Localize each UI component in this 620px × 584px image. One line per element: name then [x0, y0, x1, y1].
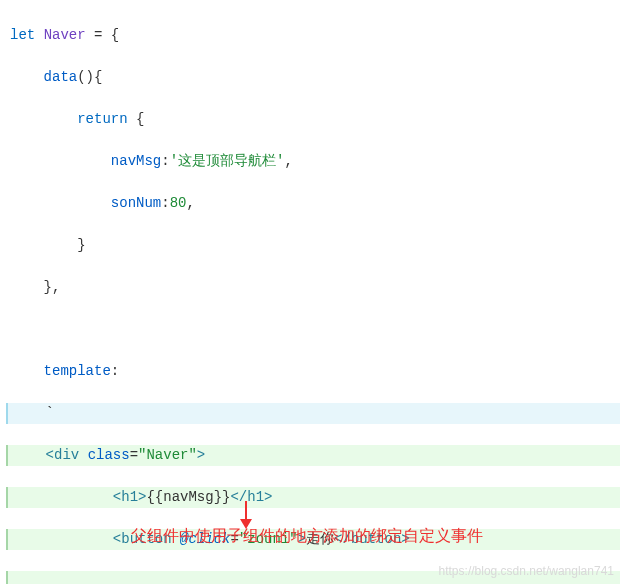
code-line [6, 319, 620, 340]
component-name: Naver [44, 27, 86, 43]
code-line: let Naver = { [6, 25, 620, 46]
tag-div-open: <div [46, 447, 88, 463]
code-line: data(){ [6, 67, 620, 88]
code-line-highlight: <h1>{{navMsg}}</h1> [6, 487, 620, 508]
equals: = [130, 447, 138, 463]
code-line: return { [6, 109, 620, 130]
keyword-return: return [77, 111, 127, 127]
number-value: 80 [170, 195, 187, 211]
code-line: } [6, 235, 620, 256]
code-line: sonNum:80, [6, 193, 620, 214]
code-line-highlight: <div class="Naver"> [6, 445, 620, 466]
watermark: https://blog.csdn.net/wanglan741 [439, 562, 614, 580]
tag-h1-open: <h1> [113, 489, 147, 505]
annotation-text: 父组件中使用子组件的地方添加的绑定自定义事件 [131, 525, 541, 547]
prop-navmsg: navMsg [111, 153, 161, 169]
tag-close-bracket: > [197, 447, 205, 463]
string-value: '这是顶部导航栏' [170, 153, 285, 169]
template-prop: template [44, 363, 111, 379]
code-line: }, [6, 277, 620, 298]
attr-class: class [88, 447, 130, 463]
code-line-highlight: ` [6, 403, 620, 424]
code-line: navMsg:'这是顶部导航栏', [6, 151, 620, 172]
expression: {{navMsg}} [146, 489, 230, 505]
code-line: template: [6, 361, 620, 382]
code-block: let Naver = { data(){ return { navMsg:'这… [0, 0, 620, 584]
prop-sonnum: sonNum [111, 195, 161, 211]
keyword-let: let [10, 27, 35, 43]
attr-value: "Naver" [138, 447, 197, 463]
tag-h1-close: </h1> [230, 489, 272, 505]
data-prop: data [44, 69, 78, 85]
